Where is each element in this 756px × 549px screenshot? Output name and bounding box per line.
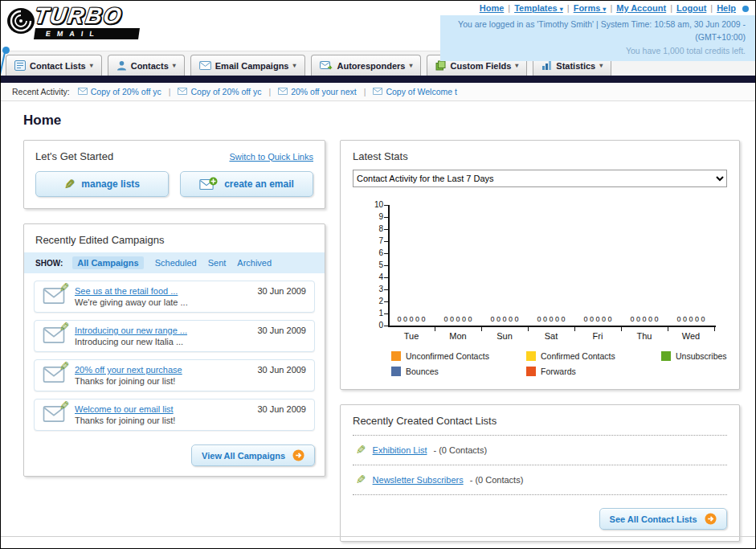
create-an-email-button[interactable]: create an email [180, 171, 313, 197]
nav-link-my-account[interactable]: My Account [616, 3, 666, 13]
contact-lists-title: Recently Created Contact Lists [353, 415, 727, 427]
recently-created-contact-lists-panel: Recently Created Contact Lists ✎Exhibiti… [340, 404, 740, 542]
recently-edited-campaigns-panel: Recently Edited Campaigns SHOW: All Camp… [23, 223, 325, 477]
campaigns-panel-title: Recently Edited Campaigns [24, 224, 325, 252]
contact-lists-icon [14, 60, 26, 71]
contact-activity-chart: 0123456789100 0 0 0 0Tue0 0 0 0 0Mon0 0 … [353, 199, 727, 348]
y-tick-mark [384, 241, 388, 242]
view-all-campaigns-label: View All Campaigns [202, 451, 285, 461]
stats-range-select[interactable]: Contact Activity for the Last 7 Days [353, 170, 727, 187]
recent-activity-bar: Recent Activity: Copy of 20% off yc|Copy… [1, 83, 755, 101]
pencil-icon: ✎ [64, 177, 75, 192]
contact-list-count: - (0 Contacts) [470, 475, 524, 485]
y-axis-label: 9 [359, 212, 383, 221]
nav-link-forms[interactable]: Forms ▾ [574, 3, 607, 13]
campaign-filters: All CampaignsScheduledSentArchived [72, 256, 272, 269]
statistics-icon [541, 60, 552, 71]
button-label: manage lists [81, 178, 140, 190]
autoresponders-icon [320, 61, 333, 71]
bar-value-labels: 0 0 0 0 0 [388, 315, 435, 323]
filter-archived[interactable]: Archived [237, 258, 272, 268]
bar-value-labels: 0 0 0 0 0 [481, 315, 528, 323]
envelope-pencil-icon: ✎ [43, 327, 67, 345]
legend-bounces: Bounces [391, 367, 526, 376]
filter-sent[interactable]: Sent [208, 258, 227, 268]
y-axis-label: 6 [359, 248, 383, 257]
pencil-icon: ✎ [356, 443, 366, 457]
campaign-title-link[interactable]: Introducing our new range ... [75, 326, 249, 335]
envelope-icon [178, 87, 187, 96]
get-started-buttons: ✎manage listscreate an email [35, 171, 313, 197]
x-axis-label: Tue [388, 331, 435, 341]
latest-stats-panel: Latest Stats Contact Activity for the La… [340, 140, 740, 390]
logo-text: TURBO EMAIL [35, 3, 139, 39]
see-all-contact-lists-label: See All Contact Lists [610, 514, 697, 524]
nav-link-logout[interactable]: Logout [676, 3, 706, 13]
campaign-subtitle: Introducing our new Italia ... [75, 337, 249, 346]
email-campaigns-icon [199, 61, 211, 70]
show-label: SHOW: [35, 259, 63, 268]
x-axis-label: Sun [481, 331, 528, 341]
y-axis-label: 3 [359, 285, 383, 293]
latest-stats-title: Latest Stats [353, 150, 727, 162]
x-tick-mark [714, 327, 715, 331]
button-label: create an email [224, 178, 294, 190]
x-axis-label: Mon [435, 331, 481, 341]
campaign-title-link[interactable]: 20% off your next purchase [75, 365, 249, 375]
recent-activity-item[interactable]: 20% off your next [278, 87, 357, 96]
y-axis-label: 1 [359, 309, 383, 318]
recent-activity-item[interactable]: Copy of Welcome t [373, 87, 457, 96]
bar-value-labels: 0 0 0 0 0 [668, 315, 714, 323]
campaigns-panel-footer: View All Campaigns [24, 438, 325, 476]
y-axis-label: 0 [359, 321, 383, 330]
filter-all-campaigns[interactable]: All Campaigns [72, 256, 143, 269]
nav-link-help[interactable]: Help [717, 3, 736, 13]
campaign-row: ✎Introducing our new range ...Introducin… [34, 320, 315, 352]
y-tick-mark [384, 265, 388, 266]
contact-lists-panel-footer: See All Contact Lists [353, 495, 727, 531]
campaign-date: 30 Jun 2009 [257, 326, 306, 335]
campaign-title-link[interactable]: See us at the retail food ... [75, 286, 249, 296]
top-nav: Home|Templates ▾|Forms ▾|My Account|Logo… [440, 1, 755, 15]
chevron-down-icon: ▾ [173, 62, 176, 69]
logo-subtitle: EMAIL [34, 28, 140, 39]
tab-contact-lists[interactable]: Contact Lists▾ [6, 55, 102, 76]
filter-scheduled[interactable]: Scheduled [155, 258, 197, 268]
logo: TURBO EMAIL [6, 3, 139, 39]
chart-y-axis [388, 205, 390, 327]
campaign-title-link[interactable]: Welcome to our email list [75, 404, 249, 414]
tab-autoresponders[interactable]: Autoresponders▾ [311, 55, 422, 76]
arrow-circle-icon [292, 449, 304, 461]
nav-link-home[interactable]: Home [480, 3, 505, 13]
view-all-campaigns-button[interactable]: View All Campaigns [191, 445, 315, 466]
chevron-down-icon: ▾ [515, 62, 518, 69]
y-tick-mark [384, 253, 388, 254]
contact-list-link[interactable]: Newsletter Subscribers [373, 475, 464, 485]
y-axis-label: 7 [359, 236, 383, 245]
y-axis-label: 2 [359, 297, 383, 305]
recent-activity-item[interactable]: Copy of 20% off yc [78, 87, 161, 96]
confirmed-contacts-swatch [526, 351, 536, 361]
campaign-filter-bar: SHOW: All CampaignsScheduledSentArchived [24, 252, 325, 273]
campaign-row: ✎Welcome to our email listThanks for joi… [34, 399, 315, 431]
campaign-subtitle: We're giving away our late ... [75, 297, 249, 307]
switch-to-quick-links-link[interactable]: Switch to Quick Links [229, 152, 313, 162]
y-tick-mark [384, 313, 388, 314]
contact-list-row: ✎Newsletter Subscribers- (0 Contacts) [353, 465, 727, 495]
nav-link-templates[interactable]: Templates ▾ [514, 3, 563, 13]
header-right: Home|Templates ▾|Forms ▾|My Account|Logo… [440, 1, 755, 61]
tab-contacts[interactable]: Contacts▾ [108, 55, 185, 76]
campaign-subtitle: Thanks for joining our list! [75, 376, 249, 386]
y-tick-mark [384, 326, 388, 326]
main-content: Home Let's Get Started Switch to Quick L… [1, 101, 755, 549]
tab-email-campaigns[interactable]: Email Campaigns▾ [190, 55, 305, 76]
contact-list-link[interactable]: Exhibition List [373, 445, 427, 455]
bar-value-labels: 0 0 0 0 0 [574, 315, 621, 323]
manage-lists-button[interactable]: ✎manage lists [35, 171, 169, 197]
chevron-down-icon: ▾ [599, 62, 603, 69]
bar-value-labels: 0 0 0 0 0 [621, 315, 668, 323]
recent-activity-item[interactable]: Copy of 20% off yc [178, 87, 261, 96]
see-all-contact-lists-button[interactable]: See All Contact Lists [599, 508, 727, 530]
header: TURBO EMAIL Home|Templates ▾|Forms ▾|My … [1, 1, 755, 51]
footer-divider [1, 536, 755, 537]
